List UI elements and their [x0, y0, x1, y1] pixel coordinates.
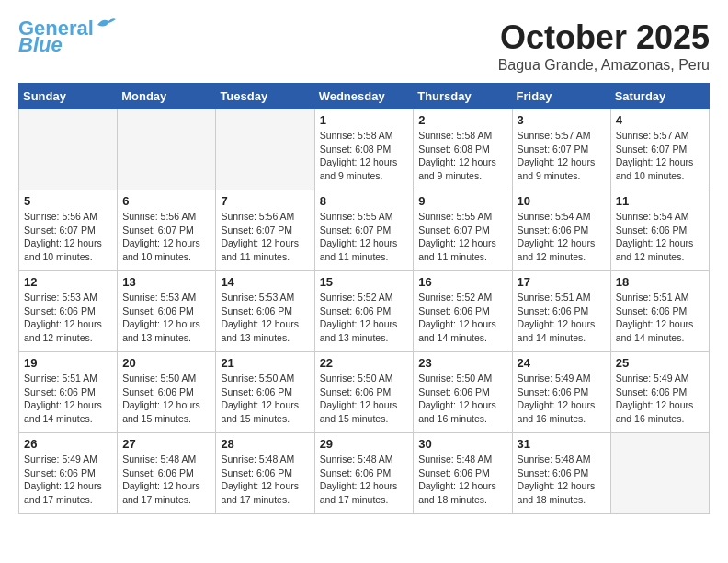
day-number: 2: [418, 113, 506, 127]
logo: General Blue: [18, 18, 116, 55]
day-info: Sunrise: 5:53 AM Sunset: 6:06 PM Dayligh…: [221, 291, 309, 345]
weekday-header-wednesday: Wednesday: [314, 84, 414, 109]
day-number: 4: [616, 113, 704, 127]
day-info: Sunrise: 5:51 AM Sunset: 6:06 PM Dayligh…: [518, 291, 606, 345]
calendar-cell-w4d1: 19Sunrise: 5:51 AM Sunset: 6:06 PM Dayli…: [19, 352, 118, 433]
calendar-cell-w1d1: [19, 109, 118, 190]
day-number: 28: [221, 437, 309, 451]
day-number: 6: [122, 194, 210, 208]
day-number: 18: [616, 275, 704, 289]
day-number: 16: [418, 275, 506, 289]
logo-bird-icon: [96, 16, 116, 32]
day-info: Sunrise: 5:55 AM Sunset: 6:07 PM Dayligh…: [320, 210, 409, 264]
day-info: Sunrise: 5:49 AM Sunset: 6:06 PM Dayligh…: [518, 372, 606, 426]
weekday-header-friday: Friday: [512, 84, 610, 109]
weekday-header-row: SundayMondayTuesdayWednesdayThursdayFrid…: [19, 84, 710, 109]
calendar-cell-w4d5: 23Sunrise: 5:50 AM Sunset: 6:06 PM Dayli…: [414, 352, 512, 433]
calendar-cell-w1d4: 1Sunrise: 5:58 AM Sunset: 6:08 PM Daylig…: [314, 109, 414, 190]
calendar-cell-w2d3: 7Sunrise: 5:56 AM Sunset: 6:07 PM Daylig…: [216, 190, 314, 271]
calendar-cell-w3d3: 14Sunrise: 5:53 AM Sunset: 6:06 PM Dayli…: [216, 271, 314, 352]
calendar-cell-w2d6: 10Sunrise: 5:54 AM Sunset: 6:06 PM Dayli…: [512, 190, 610, 271]
day-info: Sunrise: 5:53 AM Sunset: 6:06 PM Dayligh…: [122, 291, 210, 345]
day-info: Sunrise: 5:51 AM Sunset: 6:06 PM Dayligh…: [24, 372, 112, 426]
day-info: Sunrise: 5:58 AM Sunset: 6:08 PM Dayligh…: [418, 129, 506, 183]
weekday-header-monday: Monday: [118, 84, 216, 109]
day-number: 20: [122, 356, 210, 370]
page-header: General Blue October 2025 Bagua Grande, …: [18, 18, 710, 74]
day-info: Sunrise: 5:58 AM Sunset: 6:08 PM Dayligh…: [320, 129, 409, 183]
calendar-cell-w4d7: 25Sunrise: 5:49 AM Sunset: 6:06 PM Dayli…: [610, 352, 709, 433]
calendar-cell-w3d7: 18Sunrise: 5:51 AM Sunset: 6:06 PM Dayli…: [610, 271, 709, 352]
logo-blue: Blue: [18, 35, 63, 55]
calendar-cell-w5d4: 29Sunrise: 5:48 AM Sunset: 6:06 PM Dayli…: [314, 433, 414, 514]
day-number: 1: [320, 113, 409, 127]
day-number: 21: [221, 356, 309, 370]
calendar-cell-w5d3: 28Sunrise: 5:48 AM Sunset: 6:06 PM Dayli…: [216, 433, 314, 514]
day-number: 9: [418, 194, 506, 208]
day-info: Sunrise: 5:55 AM Sunset: 6:07 PM Dayligh…: [418, 210, 506, 264]
day-info: Sunrise: 5:56 AM Sunset: 6:07 PM Dayligh…: [122, 210, 210, 264]
day-number: 27: [122, 437, 210, 451]
calendar-cell-w4d2: 20Sunrise: 5:50 AM Sunset: 6:06 PM Dayli…: [118, 352, 216, 433]
day-info: Sunrise: 5:48 AM Sunset: 6:06 PM Dayligh…: [418, 453, 506, 507]
day-info: Sunrise: 5:53 AM Sunset: 6:06 PM Dayligh…: [24, 291, 112, 345]
calendar-cell-w3d6: 17Sunrise: 5:51 AM Sunset: 6:06 PM Dayli…: [512, 271, 610, 352]
day-info: Sunrise: 5:50 AM Sunset: 6:06 PM Dayligh…: [221, 372, 309, 426]
day-number: 22: [320, 356, 409, 370]
day-info: Sunrise: 5:57 AM Sunset: 6:07 PM Dayligh…: [518, 129, 606, 183]
day-number: 29: [320, 437, 409, 451]
day-info: Sunrise: 5:56 AM Sunset: 6:07 PM Dayligh…: [24, 210, 112, 264]
day-info: Sunrise: 5:48 AM Sunset: 6:06 PM Dayligh…: [221, 453, 309, 507]
day-number: 24: [518, 356, 606, 370]
month-title: October 2025: [498, 18, 710, 57]
weekday-header-saturday: Saturday: [610, 84, 709, 109]
weekday-header-tuesday: Tuesday: [216, 84, 314, 109]
day-number: 12: [24, 275, 112, 289]
day-info: Sunrise: 5:54 AM Sunset: 6:06 PM Dayligh…: [518, 210, 606, 264]
day-number: 13: [122, 275, 210, 289]
weekday-header-sunday: Sunday: [19, 84, 118, 109]
calendar-cell-w2d2: 6Sunrise: 5:56 AM Sunset: 6:07 PM Daylig…: [118, 190, 216, 271]
calendar-cell-w3d5: 16Sunrise: 5:52 AM Sunset: 6:06 PM Dayli…: [414, 271, 512, 352]
calendar-cell-w3d2: 13Sunrise: 5:53 AM Sunset: 6:06 PM Dayli…: [118, 271, 216, 352]
day-number: 31: [518, 437, 606, 451]
day-number: 26: [24, 437, 112, 451]
calendar-cell-w4d3: 21Sunrise: 5:50 AM Sunset: 6:06 PM Dayli…: [216, 352, 314, 433]
day-number: 5: [24, 194, 112, 208]
calendar-cell-w5d1: 26Sunrise: 5:49 AM Sunset: 6:06 PM Dayli…: [19, 433, 118, 514]
calendar-cell-w2d7: 11Sunrise: 5:54 AM Sunset: 6:06 PM Dayli…: [610, 190, 709, 271]
day-number: 3: [518, 113, 606, 127]
calendar-cell-w1d7: 4Sunrise: 5:57 AM Sunset: 6:07 PM Daylig…: [610, 109, 709, 190]
calendar-cell-w4d6: 24Sunrise: 5:49 AM Sunset: 6:06 PM Dayli…: [512, 352, 610, 433]
day-info: Sunrise: 5:49 AM Sunset: 6:06 PM Dayligh…: [616, 372, 704, 426]
week-row-5: 26Sunrise: 5:49 AM Sunset: 6:06 PM Dayli…: [19, 433, 710, 514]
day-number: 14: [221, 275, 309, 289]
calendar-cell-w5d5: 30Sunrise: 5:48 AM Sunset: 6:06 PM Dayli…: [414, 433, 512, 514]
day-info: Sunrise: 5:56 AM Sunset: 6:07 PM Dayligh…: [221, 210, 309, 264]
day-info: Sunrise: 5:48 AM Sunset: 6:06 PM Dayligh…: [320, 453, 409, 507]
week-row-2: 5Sunrise: 5:56 AM Sunset: 6:07 PM Daylig…: [19, 190, 710, 271]
day-number: 17: [518, 275, 606, 289]
day-number: 7: [221, 194, 309, 208]
day-number: 10: [518, 194, 606, 208]
calendar-cell-w2d4: 8Sunrise: 5:55 AM Sunset: 6:07 PM Daylig…: [314, 190, 414, 271]
calendar-cell-w4d4: 22Sunrise: 5:50 AM Sunset: 6:06 PM Dayli…: [314, 352, 414, 433]
day-info: Sunrise: 5:57 AM Sunset: 6:07 PM Dayligh…: [616, 129, 704, 183]
calendar-cell-w1d3: [216, 109, 314, 190]
calendar-cell-w3d4: 15Sunrise: 5:52 AM Sunset: 6:06 PM Dayli…: [314, 271, 414, 352]
calendar-cell-w5d2: 27Sunrise: 5:48 AM Sunset: 6:06 PM Dayli…: [118, 433, 216, 514]
day-info: Sunrise: 5:52 AM Sunset: 6:06 PM Dayligh…: [418, 291, 506, 345]
day-number: 23: [418, 356, 506, 370]
day-info: Sunrise: 5:54 AM Sunset: 6:06 PM Dayligh…: [616, 210, 704, 264]
day-number: 30: [418, 437, 506, 451]
day-number: 11: [616, 194, 704, 208]
week-row-1: 1Sunrise: 5:58 AM Sunset: 6:08 PM Daylig…: [19, 109, 710, 190]
day-number: 15: [320, 275, 409, 289]
day-number: 8: [320, 194, 409, 208]
location: Bagua Grande, Amazonas, Peru: [498, 57, 710, 74]
week-row-3: 12Sunrise: 5:53 AM Sunset: 6:06 PM Dayli…: [19, 271, 710, 352]
calendar-cell-w1d6: 3Sunrise: 5:57 AM Sunset: 6:07 PM Daylig…: [512, 109, 610, 190]
day-number: 25: [616, 356, 704, 370]
day-info: Sunrise: 5:50 AM Sunset: 6:06 PM Dayligh…: [320, 372, 409, 426]
day-number: 19: [24, 356, 112, 370]
